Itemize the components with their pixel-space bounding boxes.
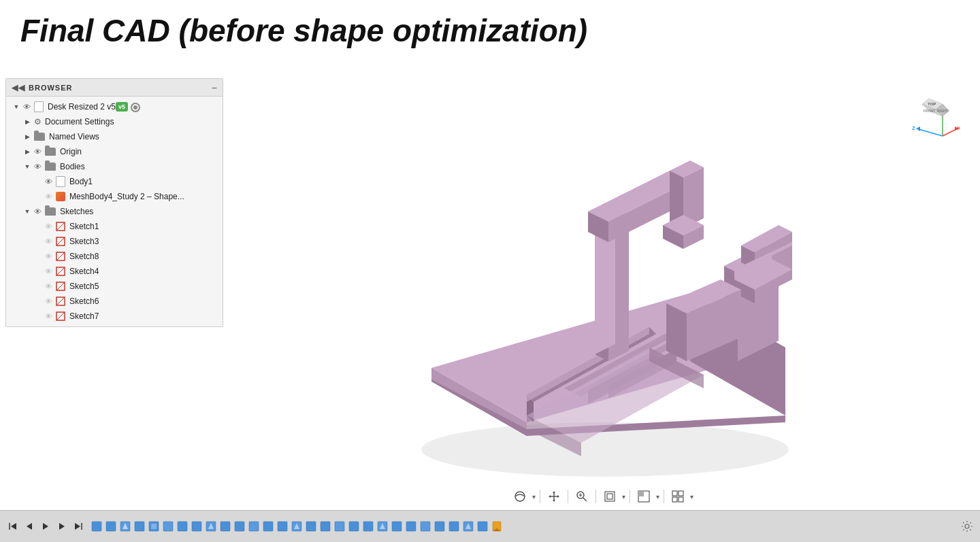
timeline-item-28[interactable] (476, 520, 489, 533)
tree-item-sketch1[interactable]: 👁 Sketch1 (6, 219, 223, 234)
tree-item-sketches[interactable]: 👁 Sketches (6, 204, 223, 219)
tree-item-body1[interactable]: 👁 Body1 (6, 174, 223, 189)
display-mode-button[interactable] (634, 487, 653, 506)
eye-icon[interactable]: 👁 (21, 101, 32, 112)
timeline-item-2[interactable] (104, 520, 118, 533)
tree-item-sketch7[interactable]: 👁 Sketch7 (6, 309, 223, 324)
tree-item-sketch5[interactable]: 👁 Sketch5 (6, 279, 223, 294)
tree-item-named-views[interactable]: Named Views (6, 129, 223, 144)
svg-rect-118 (406, 522, 416, 531)
tree-item-meshbody[interactable]: 👁 MeshBody4_Study 2 – Shape... (6, 189, 223, 204)
tree-item-bodies[interactable]: 👁 Bodies (6, 159, 223, 174)
tree-item-label: Origin (60, 147, 82, 156)
eye-icon[interactable]: 👁 (43, 296, 54, 307)
timeline-first-button[interactable] (5, 519, 20, 534)
arrow-icon (22, 132, 32, 141)
browser-label: BROWSER (29, 84, 72, 92)
svg-rect-77 (607, 494, 612, 499)
eye-icon[interactable]: 👁 (43, 236, 54, 247)
viewport[interactable]: Y Z X TOP RIGHT FRONT ▾ (223, 78, 980, 510)
timeline-item-15[interactable] (290, 520, 304, 533)
eye-icon[interactable]: 👁 (43, 221, 54, 232)
timeline-prev-button[interactable] (22, 519, 37, 534)
svg-rect-82 (672, 497, 677, 502)
tree-item-sketch8[interactable]: 👁 Sketch8 (6, 249, 223, 264)
timeline-play-button[interactable] (38, 519, 53, 534)
timeline-item-4[interactable] (133, 520, 146, 533)
timeline-item-5[interactable] (147, 520, 161, 533)
tree-item-origin[interactable]: 👁 Origin (6, 144, 223, 159)
arrow-icon (12, 102, 21, 112)
timeline-item-26[interactable] (447, 520, 461, 533)
eye-icon[interactable]: 👁 (32, 206, 43, 217)
svg-text:RIGHT: RIGHT (937, 109, 948, 113)
fit-tool-button[interactable] (600, 487, 619, 506)
view-cube[interactable]: Y Z X TOP RIGHT FRONT (905, 92, 960, 146)
arrow-icon (22, 117, 32, 126)
zoom-tool-button[interactable] (572, 487, 591, 506)
orbit-tool-button[interactable] (510, 487, 529, 506)
timeline-item-7[interactable] (176, 520, 189, 533)
tree-item-doc-settings[interactable]: ⚙ Document Settings (6, 114, 223, 129)
timeline-item-24[interactable] (419, 520, 432, 533)
timeline-next-button[interactable] (54, 519, 69, 534)
tree-item-sketch3[interactable]: 👁 Sketch3 (6, 234, 223, 249)
timeline-item-14[interactable] (276, 520, 289, 533)
timeline-item-11[interactable] (233, 520, 246, 533)
timeline-item-12[interactable] (247, 520, 261, 533)
svg-rect-80 (672, 491, 677, 496)
grid-tool-button[interactable] (668, 487, 687, 506)
timeline-item-8[interactable] (190, 520, 203, 533)
timeline-item-21[interactable] (376, 520, 389, 533)
eye-icon[interactable]: 👁 (32, 146, 43, 157)
browser-collapse-button[interactable]: − (212, 82, 217, 93)
timeline-item-13[interactable] (261, 520, 275, 533)
eye-icon[interactable]: 👁 (43, 176, 54, 187)
tree-item-label: Sketches (60, 207, 93, 216)
eye-icon[interactable]: 👁 (43, 191, 54, 202)
arrow-placeholder (33, 237, 43, 246)
timeline-item-16[interactable] (304, 520, 318, 533)
tree-item-sketch6[interactable]: 👁 Sketch6 (6, 294, 223, 309)
doc-icon (34, 101, 44, 112)
viewport-toolbar: ▾ ▾ ▾ ▾ (223, 483, 980, 510)
svg-rect-117 (392, 522, 402, 531)
browser-expand-icon[interactable]: ◀◀ (12, 83, 24, 92)
eye-icon[interactable]: 👁 (43, 251, 54, 262)
timeline-last-button[interactable] (71, 519, 86, 534)
tree-item-root[interactable]: 👁 Desk Resized 2 v5 v5 (6, 99, 223, 114)
eye-icon[interactable]: 👁 (43, 311, 54, 322)
browser-header: ◀◀ BROWSER − (6, 79, 223, 97)
svg-marker-88 (59, 523, 65, 530)
timeline-item-18[interactable] (333, 520, 346, 533)
timeline-item-3[interactable] (118, 520, 132, 533)
svg-marker-54 (666, 303, 687, 361)
timeline-item-1[interactable] (90, 520, 103, 533)
pan-tool-button[interactable] (544, 487, 564, 506)
timeline-settings-button[interactable] (960, 519, 975, 534)
timeline-item-20[interactable] (361, 520, 375, 533)
timeline-item-19[interactable] (347, 520, 361, 533)
timeline-item-22[interactable] (390, 520, 404, 533)
tree-item-sketch4[interactable]: 👁 Sketch4 (6, 264, 223, 279)
svg-rect-111 (321, 522, 330, 531)
timeline-item-27[interactable] (461, 520, 475, 533)
eye-icon[interactable]: 👁 (32, 161, 43, 172)
eye-icon[interactable]: 👁 (43, 266, 54, 277)
svg-line-5 (56, 252, 65, 260)
svg-line-13 (56, 312, 65, 320)
timeline-end-marker[interactable] (490, 520, 504, 533)
svg-rect-119 (421, 522, 430, 531)
timeline-item-9[interactable] (204, 520, 218, 533)
svg-line-11 (56, 297, 65, 305)
timeline-item-17[interactable] (318, 520, 332, 533)
timeline-item-10[interactable] (218, 520, 232, 533)
svg-rect-97 (151, 524, 157, 529)
timeline-item-25[interactable] (433, 520, 446, 533)
eye-icon[interactable]: 👁 (43, 281, 54, 292)
timeline-item-23[interactable] (404, 520, 418, 533)
body-icon (56, 176, 65, 187)
timeline-item-6[interactable] (161, 520, 175, 533)
svg-rect-110 (306, 522, 316, 531)
browser-panel: ◀◀ BROWSER − 👁 Desk Resized 2 v5 v5 ⚙ Do… (5, 78, 223, 327)
